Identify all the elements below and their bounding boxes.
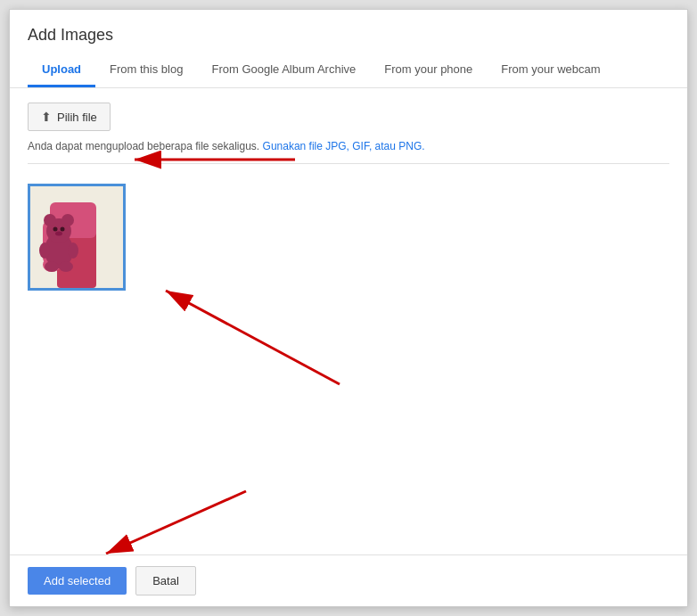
add-selected-button[interactable]: Add selected bbox=[28, 567, 127, 595]
cancel-button[interactable]: Batal bbox=[135, 566, 196, 595]
tab-from-album[interactable]: From Google Album Archive bbox=[197, 53, 370, 87]
divider bbox=[28, 163, 669, 164]
choose-file-button[interactable]: ⬆ Pilih file bbox=[28, 103, 111, 131]
svg-point-9 bbox=[53, 227, 58, 232]
svg-point-15 bbox=[59, 261, 73, 272]
upload-icon: ⬆ bbox=[41, 110, 52, 124]
svg-point-12 bbox=[39, 242, 50, 259]
tab-bar: Upload From this blog From Google Album … bbox=[10, 53, 687, 88]
dialog-title: Add Images bbox=[10, 10, 687, 53]
svg-point-11 bbox=[55, 232, 62, 236]
teddy-bear-image bbox=[30, 186, 123, 288]
tab-upload[interactable]: Upload bbox=[28, 53, 95, 87]
svg-point-10 bbox=[61, 227, 65, 232]
dialog-footer: Add selected Batal bbox=[10, 554, 687, 606]
svg-line-19 bbox=[106, 491, 246, 554]
tab-from-blog[interactable]: From this blog bbox=[95, 53, 197, 87]
tab-from-webcam[interactable]: From your webcam bbox=[487, 53, 614, 87]
image-thumbnail[interactable] bbox=[28, 184, 126, 291]
svg-point-7 bbox=[44, 214, 56, 226]
choose-file-label: Pilih file bbox=[57, 111, 97, 124]
upload-hint: Anda dapat mengupload beberapa file seka… bbox=[28, 140, 669, 152]
hint-main-text: Anda dapat mengupload beberapa file seka… bbox=[28, 140, 259, 152]
svg-point-13 bbox=[68, 242, 78, 259]
thumbnail-inner bbox=[30, 186, 123, 288]
upload-content: ⬆ Pilih file Anda dapat mengupload beber… bbox=[10, 88, 687, 456]
hint-link-text[interactable]: Gunakan file JPG, GIF, atau PNG. bbox=[263, 140, 425, 152]
image-area bbox=[28, 175, 669, 442]
tab-from-phone[interactable]: From your phone bbox=[370, 53, 487, 87]
svg-point-8 bbox=[62, 214, 74, 226]
svg-point-14 bbox=[45, 261, 59, 272]
add-images-dialog: Add Images Upload From this blog From Go… bbox=[9, 9, 688, 607]
